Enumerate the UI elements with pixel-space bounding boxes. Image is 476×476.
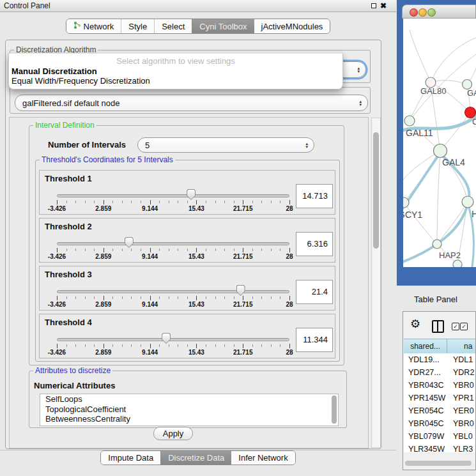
slider-tick-label: 21.715	[233, 205, 253, 212]
slider-tick	[122, 249, 123, 251]
table-row[interactable]: YBR043CYBR0	[404, 379, 475, 392]
slider-tick	[85, 249, 86, 251]
tab-label: Infer Network	[238, 453, 288, 463]
slider-track[interactable]	[57, 290, 289, 293]
table-row[interactable]: YDR27...YDR2	[404, 366, 475, 379]
bottom-tab-group: Impute DataDiscretize DataInfer Network	[100, 450, 295, 465]
slider-tick	[112, 296, 113, 299]
network-edge	[403, 151, 440, 181]
tab-style[interactable]: Style	[121, 19, 154, 33]
threshold-value-field[interactable]: 14.713	[296, 184, 333, 208]
slider-track[interactable]	[57, 242, 289, 245]
slider-tick	[178, 344, 178, 347]
slider-tick	[224, 201, 225, 203]
checkbox-icon[interactable]: ✓	[460, 323, 468, 330]
tab-infer-network[interactable]: Infer Network	[231, 451, 295, 464]
apply-button[interactable]: Apply	[153, 427, 193, 440]
slider-tick	[206, 344, 206, 347]
slider-tick	[206, 249, 206, 251]
slider-tick	[271, 249, 272, 251]
gear-icon[interactable]: ⚙	[410, 318, 420, 330]
zoom-traffic-light-icon[interactable]	[427, 8, 436, 17]
close-traffic-light-icon[interactable]	[410, 8, 418, 17]
slider-tick	[234, 296, 234, 299]
threshold-slider-handle[interactable]	[125, 237, 134, 248]
slider-tick	[150, 200, 151, 204]
column-header-name[interactable]: na	[447, 339, 475, 354]
network-node-c[interactable]	[465, 107, 476, 118]
slider-tick	[150, 344, 151, 348]
slider-tick	[187, 344, 188, 347]
slider-tick	[57, 344, 58, 348]
slider-tick	[169, 344, 169, 347]
columns-icon[interactable]	[432, 320, 444, 333]
slider-tick	[187, 201, 188, 203]
close-icon[interactable]: ✖	[380, 1, 387, 10]
float-window-icon[interactable]	[371, 3, 376, 8]
tab-select[interactable]: Select	[154, 19, 192, 33]
slider-tick	[104, 344, 104, 348]
panel-scrollbar[interactable]	[371, 118, 381, 448]
network-node-h[interactable]	[462, 196, 473, 208]
node-label: GCY1	[403, 210, 422, 220]
network-node-gal11[interactable]	[404, 116, 415, 126]
table-row[interactable]: YLR345WYLR3	[404, 443, 475, 452]
dropdown-option-equal-width[interactable]: Equal Width/Frequency Discretization	[12, 76, 150, 86]
network-node-gal4[interactable]	[434, 144, 447, 158]
tab-discretize-data[interactable]: Discretize Data	[160, 451, 231, 464]
network-node-hap2[interactable]	[433, 240, 441, 249]
minimize-traffic-light-icon[interactable]	[418, 8, 427, 17]
slider-tick	[94, 201, 95, 203]
threshold-value-field[interactable]: 21.4	[296, 280, 333, 304]
slider-tick	[234, 201, 234, 203]
tab-cyni-toolbox[interactable]: Cyni Toolbox	[192, 19, 254, 33]
slider-tick	[66, 249, 67, 251]
threshold-slider-handle[interactable]	[236, 285, 245, 296]
slider-tick	[141, 296, 141, 299]
slider-tick	[215, 201, 216, 203]
attribute-item[interactable]: TopologicalCoefficient	[40, 404, 338, 415]
slider-track[interactable]	[57, 338, 289, 341]
bottom-tabbar: Impute DataDiscretize DataInfer Network	[0, 450, 396, 465]
slider-tick	[196, 200, 197, 204]
slider-track[interactable]	[57, 194, 289, 197]
slider-tick	[159, 344, 160, 347]
tab-impute-data[interactable]: Impute Data	[101, 451, 160, 464]
table-data-select[interactable]: galFiltered.sif default node ▴▾	[15, 95, 368, 111]
attribute-item[interactable]: SelfLoops	[40, 394, 338, 404]
slider-tick	[94, 249, 95, 251]
table-row[interactable]: YDL19...YDL1	[404, 353, 475, 366]
network-canvas[interactable]: GAL80GACGAL11GAL4GCY1HHAP2	[403, 19, 476, 267]
slider-tick	[94, 344, 95, 347]
list-scrollbar[interactable]	[332, 395, 337, 424]
attribute-item[interactable]: BetweennessCentrality	[40, 414, 338, 424]
table-hscrollbar[interactable]	[405, 461, 472, 466]
slider-tick	[141, 201, 141, 203]
checkbox-icon[interactable]: ✓	[452, 323, 459, 330]
panel-scrollbar-thumb[interactable]	[373, 132, 379, 249]
table-row[interactable]: YER054CYER0	[404, 404, 475, 417]
table-row[interactable]: YPR145WYPR1	[404, 392, 475, 404]
tab-jactivemnodules[interactable]: jActiveMNodules	[254, 19, 330, 33]
slider-tick-label: 21.715	[233, 253, 253, 260]
slider-tick	[234, 344, 234, 347]
column-header-shared-name[interactable]: shared...	[404, 339, 447, 354]
control-panel-title: Control Panel	[4, 1, 50, 10]
slider-tick	[66, 344, 67, 347]
table-row[interactable]: YBL079WYBL0	[404, 430, 475, 443]
threshold-value-field[interactable]: 11.344	[296, 328, 333, 352]
slider-tick	[178, 296, 178, 299]
slider-tick-label: 21.715	[233, 349, 253, 356]
numerical-attributes-list[interactable]: SelfLoopsTopologicalCoefficientBetweenne…	[40, 394, 339, 426]
number-of-intervals-select[interactable]: 5 ▴▾	[137, 137, 314, 153]
threshold-slider-handle[interactable]	[162, 333, 171, 344]
threshold-slider-handle[interactable]	[187, 189, 196, 200]
threshold-value-field[interactable]: 6.316	[296, 232, 333, 256]
slider-tick	[57, 248, 58, 252]
network-window-titlebar[interactable]	[402, 4, 476, 19]
network-edge	[431, 38, 476, 82]
dropdown-option-manual[interactable]: Manual Discretization	[12, 66, 97, 76]
table-row[interactable]: YBR045CYBR0	[404, 417, 475, 430]
network-node[interactable]	[453, 260, 462, 267]
tab-network[interactable]: Network	[66, 19, 121, 33]
